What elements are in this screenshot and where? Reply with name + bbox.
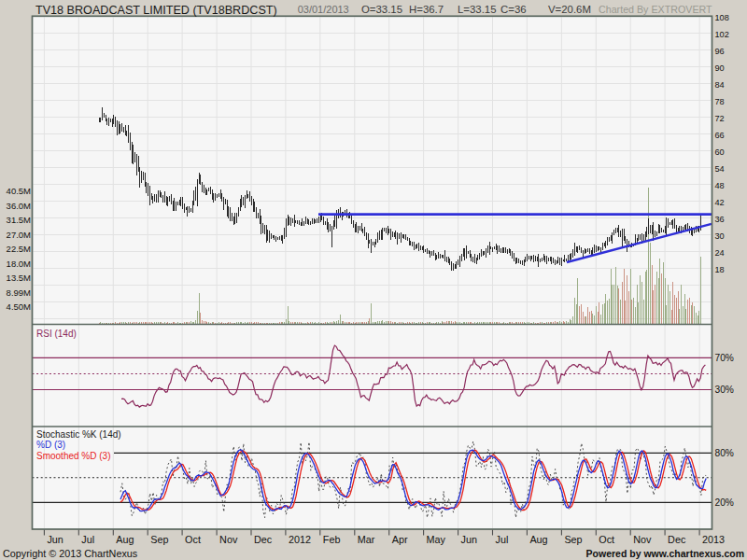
- svg-text:13.5M: 13.5M: [7, 273, 31, 283]
- svg-text:Aug: Aug: [529, 534, 547, 545]
- svg-text:Sep: Sep: [150, 534, 168, 545]
- svg-text:8.99M: 8.99M: [7, 287, 31, 298]
- svg-text:2013: 2013: [702, 534, 725, 545]
- svg-text:Aug: Aug: [116, 534, 134, 545]
- svg-text:72: 72: [715, 114, 725, 123]
- svg-text:TV18 BROADCAST LIMITED (TV18BR: TV18 BROADCAST LIMITED (TV18BRDCST): [35, 4, 277, 17]
- svg-text:Copyright © 2013 ChartNexus: Copyright © 2013 ChartNexus: [3, 548, 138, 559]
- svg-text:54: 54: [715, 164, 725, 174]
- svg-text:48: 48: [715, 181, 725, 190]
- svg-text:24: 24: [715, 248, 725, 258]
- svg-text:03/01/2013: 03/01/2013: [298, 4, 349, 15]
- svg-text:66: 66: [715, 131, 725, 140]
- svg-text:Jul: Jul: [81, 534, 94, 545]
- svg-text:Charted By EXTROVERT: Charted By EXTROVERT: [599, 4, 712, 15]
- svg-text:2012: 2012: [289, 534, 311, 545]
- svg-text:Dec: Dec: [668, 534, 686, 545]
- svg-text:C=36: C=36: [500, 4, 527, 15]
- svg-text:27.0M: 27.0M: [7, 230, 31, 240]
- svg-text:%D (3): %D (3): [36, 440, 65, 450]
- svg-text:May: May: [427, 534, 446, 545]
- svg-text:36: 36: [715, 215, 725, 224]
- svg-text:Nov: Nov: [219, 534, 238, 545]
- svg-text:80%: 80%: [715, 448, 734, 458]
- svg-text:40.5M: 40.5M: [7, 186, 31, 196]
- svg-text:Apr: Apr: [392, 534, 408, 545]
- svg-text:RSI (14d): RSI (14d): [36, 329, 77, 339]
- svg-text:Oct: Oct: [599, 534, 614, 545]
- svg-text:Stochastic %K (14d): Stochastic %K (14d): [36, 429, 121, 440]
- svg-text:78: 78: [715, 97, 725, 106]
- svg-text:4.50M: 4.50M: [7, 301, 31, 312]
- svg-text:22.5M: 22.5M: [7, 244, 31, 254]
- svg-text:V=20.6M: V=20.6M: [548, 4, 591, 15]
- svg-text:20%: 20%: [715, 497, 734, 508]
- svg-text:36.0M: 36.0M: [7, 201, 31, 211]
- svg-text:Jun: Jun: [47, 534, 63, 545]
- svg-text:90: 90: [715, 63, 725, 73]
- svg-text:O=33.15: O=33.15: [361, 4, 402, 15]
- svg-text:Powered by www.chartnexus.com: Powered by www.chartnexus.com: [586, 548, 744, 559]
- svg-text:108: 108: [715, 13, 729, 22]
- svg-text:Feb: Feb: [323, 534, 341, 545]
- svg-text:Mar: Mar: [358, 534, 375, 545]
- svg-text:L=33.15: L=33.15: [458, 4, 497, 15]
- svg-text:Jun: Jun: [461, 534, 477, 545]
- svg-text:96: 96: [715, 47, 725, 56]
- svg-text:18: 18: [715, 265, 725, 274]
- svg-text:H=36.7: H=36.7: [409, 4, 444, 15]
- svg-text:30: 30: [715, 231, 725, 241]
- svg-text:84: 84: [715, 80, 725, 90]
- svg-text:42: 42: [715, 198, 725, 207]
- svg-text:60: 60: [715, 147, 725, 157]
- svg-text:Sep: Sep: [564, 534, 582, 545]
- svg-text:70%: 70%: [715, 353, 734, 363]
- svg-text:Dec: Dec: [254, 534, 273, 545]
- svg-text:Smoothed %D (3): Smoothed %D (3): [36, 451, 110, 461]
- svg-text:Oct: Oct: [185, 534, 201, 545]
- svg-text:Jul: Jul: [496, 534, 509, 545]
- svg-text:102: 102: [715, 30, 729, 39]
- svg-text:31.5M: 31.5M: [7, 215, 31, 225]
- svg-text:30%: 30%: [715, 385, 734, 395]
- svg-text:18.0M: 18.0M: [7, 259, 31, 269]
- svg-text:Nov: Nov: [633, 534, 652, 545]
